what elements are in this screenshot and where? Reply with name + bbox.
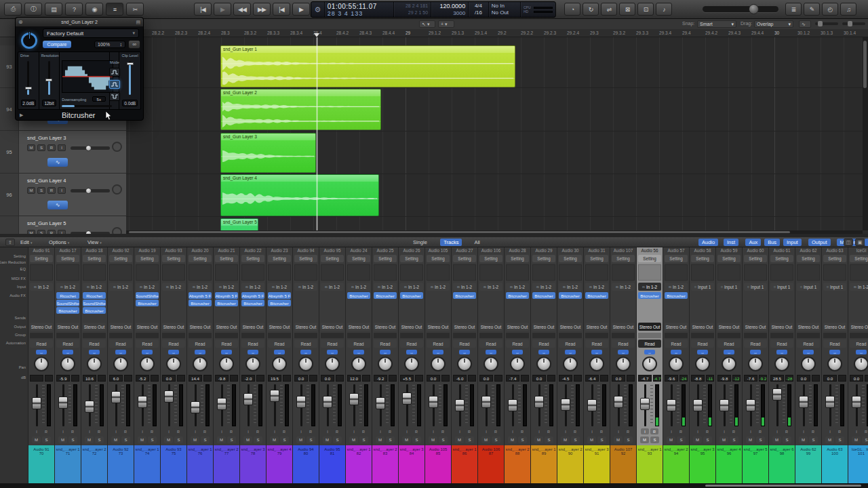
mute-button[interactable]: M bbox=[58, 436, 67, 443]
channel-setting-button[interactable]: Setting bbox=[612, 255, 635, 262]
input-slot[interactable]: ○Input 1 bbox=[823, 283, 846, 291]
output-slot[interactable]: Stereo Out bbox=[638, 323, 661, 331]
channel-strip[interactable]: Audio 20Setting∞In 1-2Absynth 5 FBitcrus… bbox=[187, 247, 213, 483]
input-monitor-button[interactable]: I bbox=[852, 428, 861, 434]
fader-cap[interactable] bbox=[693, 399, 703, 411]
audio-fx-slot[interactable]: Bitcrusher bbox=[189, 300, 212, 306]
input-slot[interactable]: ∞In 1-2 bbox=[559, 283, 582, 291]
group-slot[interactable] bbox=[109, 333, 132, 338]
input-slot[interactable]: ∞In 1-2 bbox=[56, 283, 79, 291]
mute-button[interactable]: M bbox=[376, 436, 384, 443]
channel-strip[interactable]: Audio 105Setting∞In 1-2Stereo OutRead↔0.… bbox=[425, 247, 451, 483]
channel-strip[interactable]: Audio 92Setting∞In 1-2Stereo OutRead↔6.0… bbox=[108, 247, 134, 483]
track-name-label[interactable]: snd_…ayer 171 bbox=[55, 445, 81, 483]
mute-button[interactable]: M bbox=[481, 436, 490, 443]
pan-knob[interactable] bbox=[563, 357, 578, 371]
fader-cap[interactable] bbox=[191, 401, 200, 413]
solo-button[interactable]: S bbox=[439, 436, 448, 443]
channel-setting-button[interactable]: Setting bbox=[241, 255, 264, 262]
track-name-label[interactable]: snd_…ayer 182 bbox=[346, 445, 372, 483]
mute-button[interactable]: M bbox=[429, 436, 437, 443]
mute-button[interactable]: M bbox=[138, 436, 146, 443]
group-slot[interactable] bbox=[374, 333, 397, 338]
channel-setting-button[interactable]: Setting bbox=[56, 255, 79, 262]
audio-fx-slot[interactable]: Bitcrusher bbox=[347, 292, 370, 299]
input-monitor-button[interactable]: I bbox=[191, 428, 199, 434]
fader-cap[interactable] bbox=[323, 396, 332, 408]
input-monitor-button[interactable]: I bbox=[667, 428, 675, 434]
solo-button[interactable]: S bbox=[650, 436, 659, 443]
solo-button[interactable]: S bbox=[386, 436, 395, 443]
record-enable-button[interactable]: R bbox=[597, 428, 606, 434]
input-monitor-button[interactable]: I bbox=[218, 428, 226, 434]
view-mode-single[interactable]: Single bbox=[410, 239, 431, 246]
record-enable-button[interactable]: R bbox=[42, 428, 50, 434]
input-monitor-button[interactable]: I bbox=[112, 428, 120, 434]
pan-knob[interactable] bbox=[457, 357, 472, 371]
filter-output-button[interactable]: Output bbox=[808, 239, 831, 246]
disclosure-triangle-icon[interactable]: ▶ bbox=[16, 113, 23, 118]
automation-mode-button[interactable]: Read bbox=[744, 340, 767, 348]
audio-fx-slot[interactable]: Bitcrusher bbox=[241, 300, 264, 306]
input-slot[interactable]: ∞In 1-2 bbox=[638, 283, 661, 291]
input-monitor-button[interactable]: I bbox=[244, 428, 252, 434]
pan-mode-icon[interactable]: ↔ bbox=[300, 350, 311, 354]
audio-fx-slot[interactable]: Bitcrusher bbox=[559, 292, 582, 299]
filter-bus-button[interactable]: Bus bbox=[764, 239, 780, 246]
fader-cap[interactable] bbox=[640, 398, 650, 410]
pan-knob[interactable] bbox=[616, 357, 631, 371]
pan-mode-icon[interactable]: ↔ bbox=[89, 350, 100, 354]
snap-menu[interactable]: Smart▾ bbox=[697, 20, 736, 28]
output-slot[interactable]: Stereo Out bbox=[770, 323, 793, 331]
input-monitor-button[interactable]: I bbox=[509, 428, 517, 434]
input-monitor-button[interactable]: I bbox=[297, 428, 305, 434]
automation-mode-button[interactable]: Read bbox=[612, 340, 635, 348]
group-slot[interactable] bbox=[612, 333, 635, 338]
channel-strip[interactable]: Audio 18Setting∞In 1-2RicochetSoundShift… bbox=[81, 247, 107, 483]
record-enable-button[interactable]: R bbox=[862, 428, 868, 434]
audio-fx-slot[interactable]: Bitcrusher bbox=[374, 292, 397, 299]
channel-strip[interactable]: Audio 29Setting∞In 1-2BitcrusherStereo O… bbox=[531, 247, 557, 483]
mute-button[interactable]: M bbox=[455, 436, 464, 443]
pan-knob[interactable] bbox=[378, 357, 393, 371]
eq-display[interactable] bbox=[294, 264, 317, 281]
mute-button[interactable]: M bbox=[772, 436, 781, 443]
solo-button[interactable]: S bbox=[624, 436, 633, 443]
power-button[interactable] bbox=[21, 33, 37, 49]
automation-mode-button[interactable]: Read bbox=[83, 340, 106, 348]
channel-strip[interactable]: Audio 94Setting∞In 1-2Stereo OutRead↔0.0… bbox=[293, 247, 319, 483]
record-enable-button[interactable]: R bbox=[545, 428, 553, 434]
automation-mode-button[interactable]: Read bbox=[453, 340, 476, 348]
audio-fx-slot[interactable]: Absynth 5 F bbox=[241, 292, 264, 299]
clip-level-value[interactable]: 0.0dB bbox=[122, 100, 138, 106]
automation-mode-button[interactable]: Read bbox=[347, 340, 370, 348]
input-monitor-button[interactable]: I bbox=[800, 428, 808, 434]
track-name-label[interactable]: snd_…ayer 479 bbox=[267, 445, 292, 483]
channel-setting-button[interactable]: Setting bbox=[691, 255, 714, 262]
eq-display[interactable] bbox=[823, 264, 846, 281]
pan-mode-icon[interactable]: ↔ bbox=[512, 350, 523, 354]
output-slot[interactable]: Stereo Out bbox=[400, 323, 423, 331]
automation-mode-button[interactable]: Read bbox=[109, 340, 132, 348]
input-slot[interactable]: ∞In 1-2 bbox=[83, 283, 106, 291]
pan-mode-icon[interactable]: ↔ bbox=[406, 350, 417, 354]
channel-setting-button[interactable]: Setting bbox=[215, 255, 238, 262]
pan-mode-icon[interactable]: ↔ bbox=[115, 350, 126, 354]
downsampling-value[interactable]: 5x bbox=[92, 96, 106, 102]
group-slot[interactable] bbox=[136, 333, 159, 338]
channel-strip[interactable]: Audio 24Setting∞In 1-2BitcrusherStereo O… bbox=[346, 247, 372, 483]
output-slot[interactable]: Stereo Out bbox=[479, 323, 502, 331]
pan-mode-icon[interactable]: ↔ bbox=[195, 350, 205, 354]
group-slot[interactable] bbox=[585, 333, 608, 338]
fader-cap[interactable] bbox=[58, 396, 68, 409]
mute-button[interactable]: M bbox=[587, 436, 596, 443]
volume-knob[interactable] bbox=[749, 4, 759, 14]
mute-button[interactable]: M bbox=[164, 436, 173, 443]
record-enable-button[interactable]: R bbox=[47, 144, 56, 151]
track-name-label[interactable]: snd_…ayer 272 bbox=[81, 445, 107, 483]
eq-display[interactable] bbox=[665, 264, 688, 281]
clip-mode-fold-icon[interactable] bbox=[109, 68, 120, 77]
mute-button[interactable]: M bbox=[27, 144, 35, 151]
record-enable-button[interactable]: R bbox=[439, 428, 447, 434]
eq-display[interactable] bbox=[136, 264, 159, 281]
